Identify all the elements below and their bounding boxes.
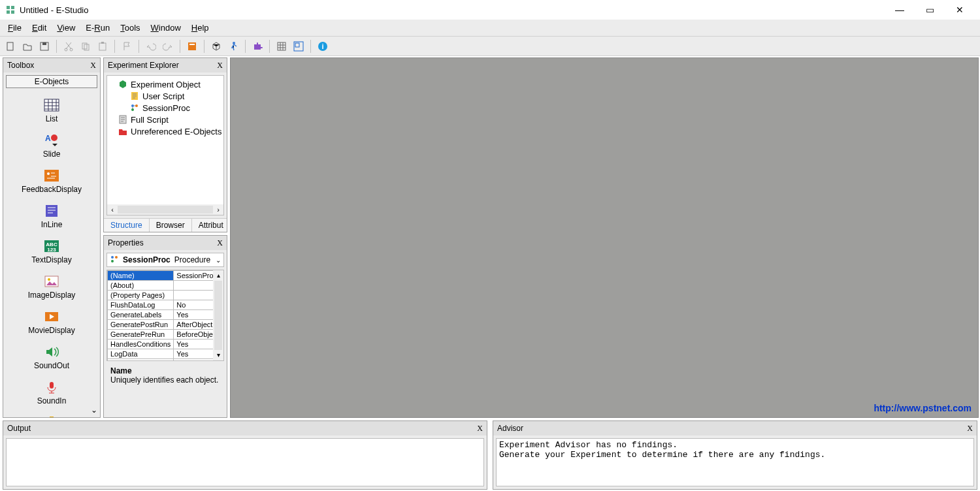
cut-button[interactable] xyxy=(61,39,76,54)
svg-text:A: A xyxy=(45,134,51,143)
explorer-tab-structure[interactable]: Structure xyxy=(104,219,150,232)
chevron-down-icon[interactable]: ⌄ xyxy=(216,257,221,264)
svg-rect-16 xyxy=(278,42,286,50)
feedback-icon xyxy=(41,166,62,185)
tree-node-fullscript[interactable]: Full Script xyxy=(118,114,222,125)
folder-red-icon xyxy=(118,126,128,136)
moviedisplay-icon xyxy=(41,308,62,326)
svg-rect-14 xyxy=(189,44,195,45)
orange-box-icon[interactable] xyxy=(184,39,200,54)
flag-button[interactable] xyxy=(119,39,135,54)
redo-button[interactable] xyxy=(160,39,176,54)
svg-rect-4 xyxy=(7,42,13,50)
menu-tools[interactable]: Tools xyxy=(115,21,145,35)
advisor-close-icon[interactable]: X xyxy=(967,424,973,434)
experiment-explorer-panel: Experiment Explorer X Experiment Object … xyxy=(103,57,227,232)
prop-row: (Name)SessionProc xyxy=(108,271,225,281)
svg-text:123: 123 xyxy=(47,247,56,253)
puzzle-icon[interactable] xyxy=(250,39,265,54)
properties-grid[interactable]: (Name)SessionProc (About) (Property Page… xyxy=(107,270,224,361)
imagedisplay-icon xyxy=(41,272,62,291)
menu-edit[interactable]: Edit xyxy=(27,21,52,35)
prop-row: (About) xyxy=(108,281,225,291)
copy-button[interactable] xyxy=(78,39,93,54)
app-icon xyxy=(5,5,16,15)
new-button[interactable] xyxy=(3,39,18,54)
menu-view[interactable]: View xyxy=(52,21,80,35)
cube-icon[interactable] xyxy=(208,39,224,54)
tree-node-userscript[interactable]: User Script xyxy=(129,90,222,102)
menu-window[interactable]: Window xyxy=(146,21,186,35)
explorer-tree: Experiment Object User Script SessionPro… xyxy=(106,75,224,215)
output-close-icon[interactable]: X xyxy=(477,424,483,434)
grid-icon[interactable] xyxy=(274,39,289,54)
toolbox-item-inline[interactable]: InLine xyxy=(3,199,100,234)
toolbox-dropdown-icon[interactable]: ⌄ xyxy=(91,405,97,415)
fullscript-icon xyxy=(118,114,128,125)
minimize-button[interactable]: — xyxy=(885,0,915,20)
toolbox-item-slide[interactable]: A Slide xyxy=(3,129,100,164)
tree-node-sessionproc[interactable]: SessionProc xyxy=(129,102,222,114)
explorer-close-icon[interactable]: X xyxy=(217,61,223,71)
svg-rect-24 xyxy=(44,170,59,182)
svg-point-39 xyxy=(131,108,134,111)
properties-title: Properties xyxy=(108,238,144,247)
toolbox-item-imagedisplay[interactable]: ImageDisplay xyxy=(3,270,100,305)
menu-help[interactable]: Help xyxy=(186,21,214,35)
run-man-icon[interactable] xyxy=(225,39,241,54)
pstnet-link[interactable]: http://www.pstnet.com xyxy=(874,403,972,413)
tree-node-unref[interactable]: Unreferenced E-Objects xyxy=(118,125,222,137)
cube-green-icon xyxy=(118,79,128,89)
svg-point-15 xyxy=(233,42,235,44)
svg-point-25 xyxy=(47,172,50,175)
info-icon[interactable]: i xyxy=(315,39,331,54)
prop-row: GeneratePreRunBeforeObjectRun xyxy=(108,330,225,340)
toolbox-item-wait[interactable]: Wait xyxy=(3,411,100,417)
toolbox-close-icon[interactable]: X xyxy=(90,61,96,71)
prop-row: FlushDataLogNo xyxy=(108,300,225,310)
soundout-icon xyxy=(41,343,62,361)
maximize-button[interactable]: ▭ xyxy=(915,0,945,20)
list-icon xyxy=(41,96,62,114)
toolbox-item-moviedisplay[interactable]: MovieDisplay xyxy=(3,305,100,340)
paste-button[interactable] xyxy=(95,39,110,54)
explorer-tab-attributes[interactable]: Attribut xyxy=(192,219,231,232)
svg-rect-2 xyxy=(7,10,10,14)
close-button[interactable]: ✕ xyxy=(945,0,975,20)
menu-erun[interactable]: E-Run xyxy=(80,21,115,35)
proc-icon xyxy=(129,103,140,113)
output-body xyxy=(6,438,484,486)
output-panel: Output X xyxy=(3,420,487,490)
properties-vscroll[interactable]: ▴▾ xyxy=(213,270,223,360)
toolbox-tab-eobjects[interactable]: E-Objects xyxy=(6,75,97,88)
explorer-title: Experiment Explorer xyxy=(108,61,179,70)
toolbox-item-textdisplay[interactable]: ABC123 TextDisplay xyxy=(3,234,100,270)
open-button[interactable] xyxy=(20,39,35,54)
svg-point-31 xyxy=(48,278,50,281)
menu-file[interactable]: File xyxy=(3,21,27,35)
properties-close-icon[interactable]: X xyxy=(217,238,223,248)
toolbox-panel: Toolbox X E-Objects List A Slide Feedbac… xyxy=(3,57,101,418)
title-bar: Untitled - E-Studio — ▭ ✕ xyxy=(0,0,980,20)
svg-point-38 xyxy=(135,104,138,107)
toolbox-item-soundout[interactable]: SoundOut xyxy=(3,340,100,375)
svg-rect-0 xyxy=(7,6,10,9)
prop-row: HandlesConditionsYes xyxy=(108,340,225,349)
explorer-hscroll[interactable]: ‹› xyxy=(107,204,223,215)
undo-button[interactable] xyxy=(143,39,159,54)
script-icon xyxy=(129,91,140,101)
toolbox-item-list[interactable]: List xyxy=(3,93,100,129)
toolbox-item-soundin[interactable]: SoundIn xyxy=(3,375,100,411)
toolbox-item-feedbackdisplay[interactable]: FeedbackDisplay xyxy=(3,164,100,199)
layout-icon[interactable] xyxy=(291,39,306,54)
svg-rect-1 xyxy=(11,6,14,9)
properties-panel: Properties X SessionProc Procedure ⌄ (Na… xyxy=(103,235,227,418)
svg-rect-3 xyxy=(11,10,14,14)
menu-bar: File Edit View E-Run Tools Window Help xyxy=(0,20,980,37)
save-button[interactable] xyxy=(37,39,52,54)
svg-rect-33 xyxy=(50,382,54,388)
soundin-icon xyxy=(41,378,62,396)
tree-node-experiment[interactable]: Experiment Object xyxy=(118,78,222,90)
explorer-tab-browser[interactable]: Browser xyxy=(150,219,192,232)
properties-object-selector[interactable]: SessionProc Procedure ⌄ xyxy=(106,253,224,267)
